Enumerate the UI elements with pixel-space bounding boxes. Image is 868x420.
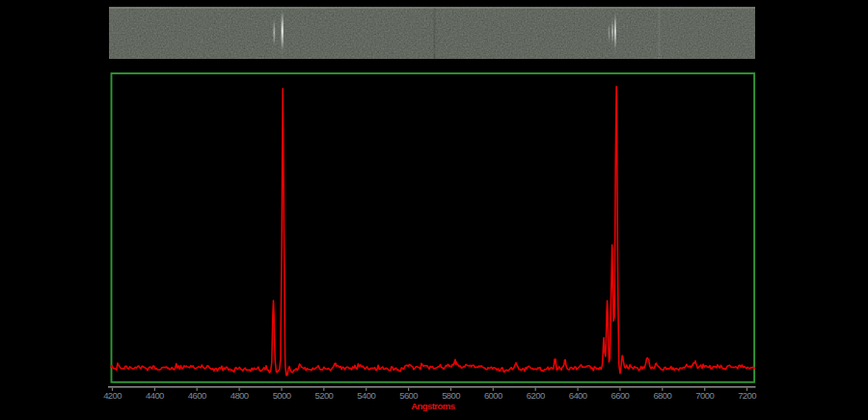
svg-text:Angstroms: Angstroms (411, 401, 454, 411)
svg-text:4600: 4600 (188, 390, 206, 401)
svg-text:4200: 4200 (103, 390, 122, 401)
svg-text:6400: 6400 (569, 390, 587, 401)
svg-text:4400: 4400 (146, 390, 164, 401)
svg-text:4800: 4800 (231, 390, 249, 401)
svg-text:6800: 6800 (653, 390, 671, 401)
svg-text:6000: 6000 (484, 390, 502, 401)
svg-text:6200: 6200 (527, 390, 545, 401)
svg-text:5800: 5800 (442, 390, 460, 401)
svg-text:6600: 6600 (611, 390, 630, 401)
svg-text:5400: 5400 (357, 390, 375, 401)
svg-text:5000: 5000 (273, 390, 291, 401)
svg-text:7200: 7200 (738, 390, 756, 401)
svg-text:5200: 5200 (315, 390, 334, 401)
svg-text:7000: 7000 (695, 390, 714, 401)
svg-text:5600: 5600 (399, 390, 418, 401)
